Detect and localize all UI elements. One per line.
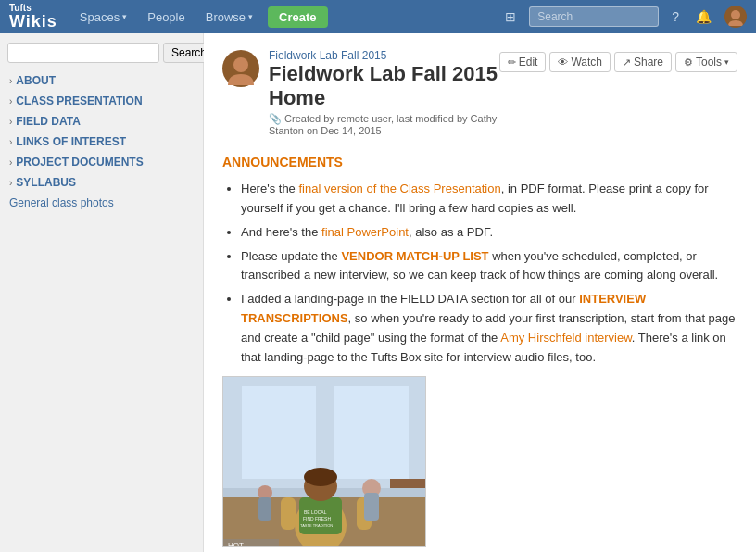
amy-hirschfeld-link[interactable]: Amy Hirschfeld interview <box>500 331 632 345</box>
chevron-icon: › <box>9 178 12 188</box>
svg-text:FIND FRESH: FIND FRESH <box>303 516 331 521</box>
global-search-input[interactable] <box>529 6 659 27</box>
page-divider <box>222 144 737 144</box>
breadcrumb[interactable]: Fieldwork Lab Fall 2015 <box>269 49 386 62</box>
svg-point-1 <box>233 57 248 72</box>
sidebar-item-links-of-interest[interactable]: › LINKS OF INTEREST <box>0 132 203 152</box>
svg-rect-20 <box>258 497 271 521</box>
svg-text:HOT: HOT <box>228 541 244 547</box>
content-image: BE LOCAL FIND FRESH TASTE TRADITION <box>222 376 426 547</box>
help-icon[interactable]: ? <box>668 9 683 24</box>
svg-rect-15 <box>281 497 296 530</box>
page-header: Fieldwork Lab Fall 2015 Fieldwork Lab Fa… <box>222 48 737 136</box>
bell-icon[interactable]: 🔔 <box>692 9 715 24</box>
sidebar-navigation: › ABOUT › CLASS PRESENTATION › FIELD DAT… <box>0 70 203 213</box>
svg-text:TASTE TRADITION: TASTE TRADITION <box>300 523 333 528</box>
chevron-icon: › <box>9 137 12 147</box>
vendor-matchup-link[interactable]: VENDOR MATCH-UP LIST <box>341 249 488 263</box>
chevron-icon: › <box>9 117 12 127</box>
grid-icon[interactable]: ⊞ <box>501 9 520 24</box>
gear-icon: ⚙ <box>684 56 693 69</box>
wikis-label: Wikis <box>9 13 57 30</box>
top-navigation: Tufts Wikis Spaces People Browse Create … <box>0 0 756 33</box>
announcements-heading: ANNOUNCEMENTS <box>222 152 737 172</box>
sidebar-item-field-data[interactable]: › FIELD DATA <box>0 111 203 132</box>
page-meta: 📎 Created by remote user, last modified … <box>269 113 499 136</box>
chevron-icon: › <box>9 96 12 107</box>
share-icon: ↗ <box>623 56 631 69</box>
sidebar-search-input[interactable] <box>7 43 159 63</box>
sidebar: Search › ABOUT › CLASS PRESENTATION › FI… <box>0 33 204 552</box>
watch-button[interactable]: 👁 Watch <box>549 52 611 72</box>
sidebar-item-syllabus[interactable]: › SYLLABUS <box>0 172 203 193</box>
svg-text:BE LOCAL: BE LOCAL <box>304 509 327 515</box>
eye-icon: 👁 <box>558 56 568 68</box>
svg-rect-18 <box>364 493 379 521</box>
main-content: Fieldwork Lab Fall 2015 Fieldwork Lab Fa… <box>204 33 756 552</box>
sidebar-item-about[interactable]: › ABOUT <box>0 70 203 91</box>
attachment-icon: 📎 <box>269 113 282 124</box>
edit-button[interactable]: ✏ Edit <box>499 52 547 72</box>
spaces-menu[interactable]: Spaces <box>74 10 132 24</box>
final-powerpoint-link[interactable]: final PowerPoint <box>321 225 409 239</box>
list-item: Here's the final version of the Class Pr… <box>241 180 737 219</box>
create-button[interactable]: Create <box>268 6 327 28</box>
page-avatar <box>222 50 259 87</box>
list-item: And here's the final PowerPoint, also as… <box>241 223 737 243</box>
action-buttons: ✏ Edit 👁 Watch ↗ Share ⚙ Tools <box>499 52 737 72</box>
svg-point-0 <box>731 10 740 19</box>
pencil-icon: ✏ <box>508 56 516 69</box>
user-avatar[interactable] <box>724 6 747 28</box>
browse-menu[interactable]: Browse <box>200 10 258 24</box>
sidebar-item-class-presentation[interactable]: › CLASS PRESENTATION <box>0 91 203 111</box>
announcements-list: Here's the final version of the Class Pr… <box>241 180 737 367</box>
page-title: Fieldwork Lab Fall 2015 Home <box>269 62 499 111</box>
list-item: Please update the VENDOR MATCH-UP LIST w… <box>241 247 737 286</box>
sidebar-item-project-documents[interactable]: › PROJECT DOCUMENTS <box>0 152 203 172</box>
svg-rect-5 <box>334 386 409 479</box>
tools-button[interactable]: ⚙ Tools <box>675 52 737 72</box>
content-body: ANNOUNCEMENTS Here's the final version o… <box>222 152 737 552</box>
svg-rect-7 <box>390 479 426 488</box>
share-button[interactable]: ↗ Share <box>614 52 672 72</box>
chevron-icon: › <box>9 157 12 168</box>
people-nav[interactable]: People <box>142 10 190 24</box>
sidebar-item-general-class-photos[interactable]: General class photos <box>0 193 203 213</box>
site-logo[interactable]: Tufts Wikis <box>9 4 57 30</box>
list-item: I added a landing-page in the FIELD DATA… <box>241 290 737 367</box>
chevron-icon: › <box>9 76 12 86</box>
class-presentation-link[interactable]: final version of the Class Presentation <box>298 182 500 195</box>
svg-rect-4 <box>242 386 316 479</box>
svg-point-14 <box>304 468 337 486</box>
